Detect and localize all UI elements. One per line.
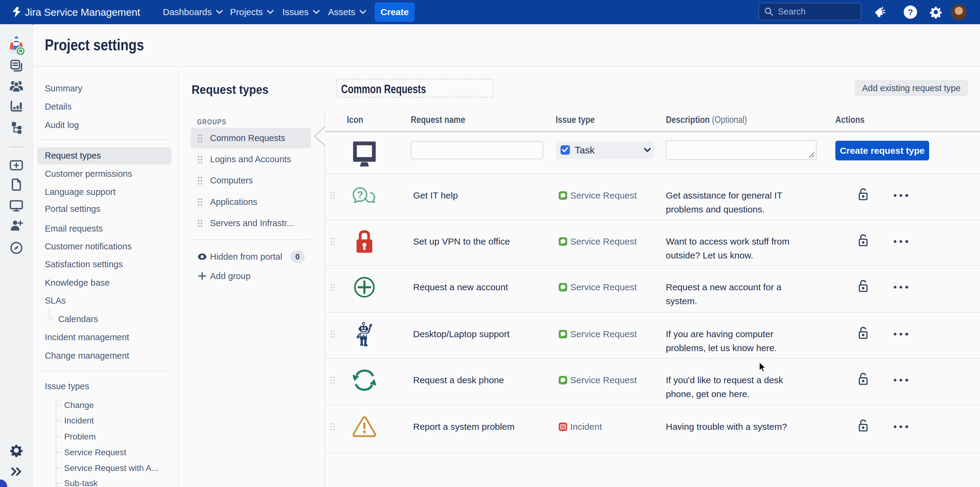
svg-text:?: ? (908, 8, 913, 17)
svg-text:?: ? (357, 189, 363, 201)
